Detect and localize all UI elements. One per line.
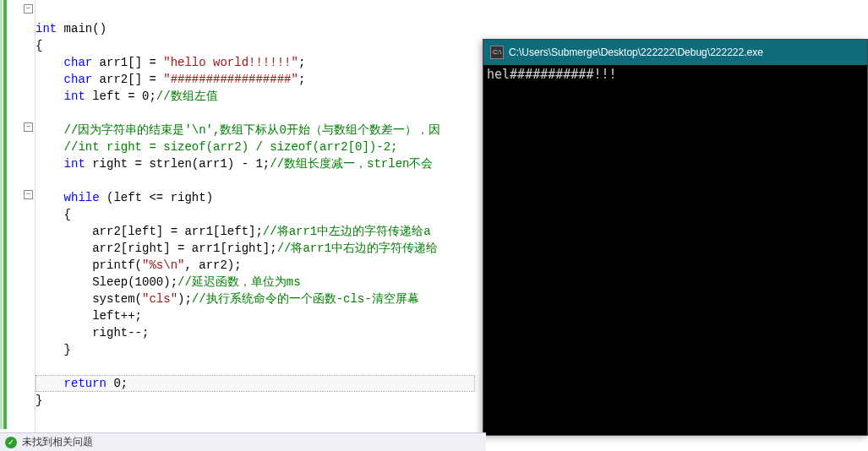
console-icon: C:\	[490, 46, 504, 59]
fold-icon[interactable]: −	[24, 190, 33, 199]
status-bar: ✓ 未找到相关问题	[0, 432, 486, 451]
check-icon: ✓	[5, 437, 17, 448]
status-text: 未找到相关问题	[22, 435, 93, 449]
console-titlebar[interactable]: C:\ C:\Users\Submerge\Desktop\222222\Deb…	[483, 40, 867, 65]
fold-icon[interactable]: −	[24, 4, 33, 14]
console-title: C:\Users\Submerge\Desktop\222222\Debug\2…	[509, 46, 763, 58]
console-output: hel###########!!!	[483, 65, 867, 84]
console-window[interactable]: C:\ C:\Users\Submerge\Desktop\222222\Deb…	[483, 39, 868, 436]
fold-icon[interactable]: −	[24, 122, 33, 132]
code-content[interactable]: int main() { char arr1[] = "hello world!…	[35, 3, 440, 409]
editor-gutter: − − −	[0, 0, 35, 431]
